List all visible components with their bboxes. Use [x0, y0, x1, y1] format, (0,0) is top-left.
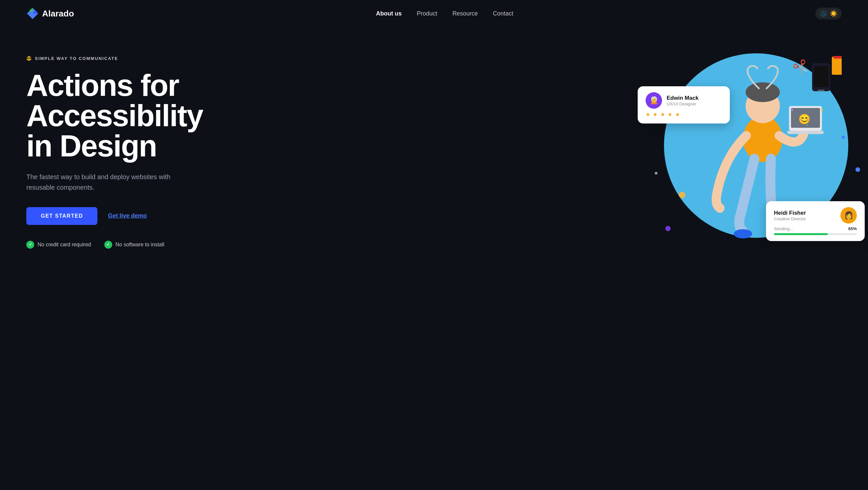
card-heidi-avatar: 👩: [840, 207, 857, 224]
card-edwin-info: Edwin Mack UX/UI Designer: [666, 95, 699, 106]
check-icon-1: ✓: [26, 241, 34, 249]
svg-rect-16: [833, 56, 842, 59]
card-heidi: Heidi Fisher Creative Director 👩 Sending…: [766, 201, 865, 241]
navbar: Alarado About us Product Resource Contac…: [0, 0, 868, 27]
card-heidi-progress-bar-fill: [774, 233, 828, 235]
svg-rect-8: [787, 131, 824, 134]
nav-link-resource[interactable]: Resource: [453, 10, 478, 17]
card-heidi-progress-pct: 65%: [848, 226, 857, 231]
badge-no-software: ✓ No software to install: [104, 241, 164, 249]
badge-label-2: No software to install: [116, 242, 164, 248]
nav-links: About us Product Resource Contact: [376, 10, 513, 17]
nav-link-contact[interactable]: Contact: [493, 10, 513, 17]
hero-illustration: 😊 ✂️: [638, 34, 868, 277]
tagline-emoji: 😎: [26, 56, 32, 61]
dot-2: [655, 172, 657, 175]
nav-item-resource[interactable]: Resource: [453, 10, 478, 17]
badge-no-credit-card: ✓ No credit card required: [26, 241, 91, 249]
hero-title-line2: Accessibility: [26, 99, 203, 133]
svg-point-19: [821, 109, 823, 111]
tagline: 😎 Simple way to communicate: [26, 56, 203, 61]
logo-icon: [26, 7, 39, 20]
hero-left: 😎 Simple way to communicate Actions for …: [26, 56, 203, 249]
hero-badges: ✓ No credit card required ✓ No software …: [26, 241, 203, 249]
svg-point-18: [791, 109, 793, 111]
nav-item-product[interactable]: Product: [417, 10, 437, 17]
card-edwin-stars: ★ ★ ★ ★ ★: [646, 111, 722, 118]
hero-title-line3: in Design: [26, 129, 157, 163]
svg-rect-15: [832, 57, 842, 75]
svg-point-10: [734, 229, 752, 238]
nav-link-product[interactable]: Product: [417, 10, 437, 17]
nav-link-about[interactable]: About us: [376, 10, 402, 17]
nav-item-about[interactable]: About us: [376, 10, 402, 17]
card-heidi-name: Heidi Fisher: [774, 210, 836, 217]
card-edwin-role: UX/UI Designer: [666, 102, 699, 106]
moon-icon: 🌑: [819, 9, 828, 18]
card-heidi-role: Creative Director: [774, 217, 836, 221]
logo-area[interactable]: Alarado: [26, 7, 74, 20]
tagline-text: Simple way to communicate: [35, 56, 118, 61]
hero-buttons: GET STARTED Get live demo: [26, 207, 203, 225]
card-heidi-sending-label: Sending...: [774, 226, 793, 231]
card-heidi-progress-bar-bg: [774, 233, 857, 235]
card-edwin-name: Edwin Mack: [666, 95, 699, 102]
hero-title-line1: Actions for: [26, 68, 179, 102]
card-heidi-user-row: Heidi Fisher Creative Director 👩: [774, 207, 857, 224]
sun-icon: ☀️: [830, 9, 838, 18]
card-edwin-avatar-emoji: 🧑‍🦳: [650, 96, 658, 105]
dot-6: [856, 167, 860, 172]
svg-point-5: [746, 82, 780, 102]
svg-text:✂️: ✂️: [791, 58, 811, 77]
card-edwin-avatar: 🧑‍🦳: [646, 92, 662, 109]
get-started-button[interactable]: GET STARTED: [26, 207, 97, 225]
theme-toggle[interactable]: 🌑 ☀️: [815, 7, 842, 20]
hero-title: Actions for Accessibility in Design: [26, 70, 203, 161]
live-demo-button[interactable]: Get live demo: [108, 212, 147, 219]
svg-point-20: [806, 124, 808, 126]
brand-name: Alarado: [42, 8, 74, 19]
hero-subtitle: The fastest way to build and deploy webs…: [26, 172, 197, 193]
card-heidi-sending-row: Sending... 65%: [774, 226, 857, 231]
card-heidi-info: Heidi Fisher Creative Director: [774, 210, 836, 221]
card-edwin-user-row: 🧑‍🦳 Edwin Mack UX/UI Designer: [646, 92, 722, 109]
badge-label-1: No credit card required: [37, 242, 91, 248]
svg-text:😊: 😊: [798, 113, 811, 125]
svg-rect-13: [814, 66, 829, 87]
hero-section: 😎 Simple way to communicate Actions for …: [0, 27, 868, 284]
card-edwin: 🧑‍🦳 Edwin Mack UX/UI Designer ★ ★ ★ ★ ★: [638, 86, 730, 123]
card-heidi-avatar-emoji: 👩: [844, 211, 853, 220]
nav-item-contact[interactable]: Contact: [493, 10, 513, 17]
svg-rect-14: [818, 90, 825, 91]
check-icon-2: ✓: [104, 241, 112, 249]
dot-3: [665, 226, 671, 231]
dot-5: [842, 136, 845, 139]
